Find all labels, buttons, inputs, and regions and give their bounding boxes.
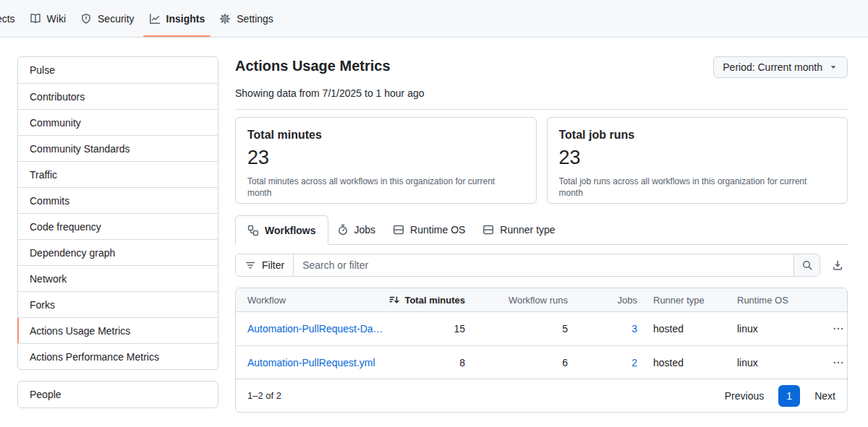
metrics-tabs: Workflows Jobs Runtime OS Runner type xyxy=(235,215,848,245)
sidebar-item-people[interactable]: People xyxy=(18,381,218,407)
workflow-link[interactable]: Automation-PullRequest.yml xyxy=(236,357,386,368)
sort-desc-icon xyxy=(388,294,400,306)
search-button[interactable] xyxy=(793,254,820,276)
sidebar-item-network[interactable]: Network xyxy=(18,265,218,291)
sidebar-item-community-standards[interactable]: Community Standards xyxy=(18,135,218,161)
sidebar-item-label: Community xyxy=(30,117,81,129)
row-actions-button[interactable] xyxy=(821,357,848,368)
nav-tab-label: Settings xyxy=(237,13,273,25)
period-dropdown-button[interactable]: Period: Current month xyxy=(713,56,848,78)
sidebar-item-label: Actions Usage Metrics xyxy=(30,325,130,337)
filter-bar: Filter xyxy=(235,254,848,277)
search-input[interactable] xyxy=(294,254,793,276)
sidebar-item-label: Contributors xyxy=(30,91,85,103)
pager-controls: Previous 1 Next xyxy=(725,385,835,407)
table-header-row: Workflow Total minutes Workflow runs Job… xyxy=(236,288,847,312)
pagination-range: 1–2 of 2 xyxy=(247,390,281,401)
workflow-icon xyxy=(247,225,259,236)
runner-type-cell: hosted xyxy=(637,357,726,368)
server-icon xyxy=(393,224,404,236)
sidebar-item-label: Pulse xyxy=(30,64,55,76)
repo-nav: Projects Wiki Security Insights Settings xyxy=(0,0,868,38)
kebab-horizontal-icon xyxy=(833,357,844,368)
shield-icon xyxy=(80,13,92,25)
sidebar-item-label: Network xyxy=(30,273,67,285)
total-minutes-cell: 15 xyxy=(386,323,465,335)
column-header-runner-type[interactable]: Runner type xyxy=(637,295,726,306)
sidebar-menu: Pulse Contributors Community Community S… xyxy=(17,56,218,370)
sidebar-item-label: People xyxy=(30,389,61,400)
previous-page-button[interactable]: Previous xyxy=(725,390,764,402)
column-header-total-minutes[interactable]: Total minutes xyxy=(386,294,465,306)
period-dropdown-label: Period: Current month xyxy=(723,61,822,73)
sidebar-item-actions-performance-metrics[interactable]: Actions Performance Metrics xyxy=(18,343,218,369)
nav-tab-label: Insights xyxy=(166,13,205,25)
header-divider xyxy=(235,109,848,110)
nav-tab-label: Projects xyxy=(0,13,15,25)
nav-tab-insights[interactable]: Insights xyxy=(142,0,213,37)
sidebar-item-contributors[interactable]: Contributors xyxy=(18,83,218,109)
card-title: Total job runs xyxy=(559,129,836,142)
total-job-runs-card: Total job runs 23 Total job runs across … xyxy=(547,117,848,204)
sidebar-item-commits[interactable]: Commits xyxy=(18,187,218,213)
summary-cards: Total minutes 23 Total minutes across al… xyxy=(235,117,848,204)
runtime-os-cell: linux xyxy=(726,357,821,368)
tab-label: Runtime OS xyxy=(410,224,465,236)
row-actions-button[interactable] xyxy=(821,323,848,335)
column-header-workflow-runs[interactable]: Workflow runs xyxy=(465,295,568,306)
filter-button-label: Filter xyxy=(262,259,284,271)
server-icon xyxy=(482,224,494,236)
insights-sidebar: Pulse Contributors Community Community S… xyxy=(17,56,218,408)
gear-icon xyxy=(219,13,231,25)
tab-runner-type[interactable]: Runner type xyxy=(474,215,563,244)
runtime-os-cell: linux xyxy=(726,323,821,335)
sidebar-item-label: Community Standards xyxy=(30,143,130,155)
sidebar-item-actions-usage-metrics[interactable]: Actions Usage Metrics xyxy=(18,317,218,343)
runner-type-cell: hosted xyxy=(637,323,726,335)
sidebar-item-dependency-graph[interactable]: Dependency graph xyxy=(18,239,218,265)
workflow-runs-cell: 5 xyxy=(465,323,568,335)
nav-tab-security[interactable]: Security xyxy=(73,0,142,37)
filter-button[interactable]: Filter xyxy=(236,254,294,276)
sidebar-item-label: Commits xyxy=(30,195,69,207)
sidebar-item-label: Dependency graph xyxy=(30,247,115,259)
card-description: Total job runs across all workflows in t… xyxy=(559,176,818,199)
column-header-jobs[interactable]: Jobs xyxy=(568,295,637,306)
sidebar-item-traffic[interactable]: Traffic xyxy=(18,161,218,187)
search-icon xyxy=(801,259,813,271)
tab-runtime-os[interactable]: Runtime OS xyxy=(384,215,474,244)
book-icon xyxy=(30,13,41,25)
nav-tab-projects[interactable]: Projects xyxy=(0,0,22,37)
nav-tab-label: Security xyxy=(98,13,135,25)
sidebar-item-code-frequency[interactable]: Code frequency xyxy=(18,213,218,239)
card-description: Total minutes across all workflows in th… xyxy=(247,176,506,199)
tab-jobs[interactable]: Jobs xyxy=(328,215,385,244)
kebab-horizontal-icon xyxy=(833,323,844,335)
download-button[interactable] xyxy=(827,255,848,275)
column-header-workflow[interactable]: Workflow xyxy=(236,295,386,306)
table-row: Automation-PullRequest.yml 8 6 2 hosted … xyxy=(236,345,847,379)
next-page-button[interactable]: Next xyxy=(814,390,835,402)
people-menu: People xyxy=(17,381,218,408)
jobs-link[interactable]: 3 xyxy=(568,323,637,335)
graph-icon xyxy=(149,13,161,25)
workflow-link[interactable]: Automation-PullRequest-Da… xyxy=(236,323,386,335)
main-content: Actions Usage Metrics Period: Current mo… xyxy=(235,56,848,413)
tab-label: Jobs xyxy=(354,224,376,236)
column-header-runtime-os[interactable]: Runtime OS xyxy=(726,295,821,306)
sidebar-item-pulse[interactable]: Pulse xyxy=(18,57,218,83)
total-minutes-card: Total minutes 23 Total minutes across al… xyxy=(235,117,537,204)
sidebar-item-forks[interactable]: Forks xyxy=(18,291,218,317)
tab-workflows[interactable]: Workflows xyxy=(235,215,328,245)
sidebar-item-community[interactable]: Community xyxy=(18,109,218,135)
card-title: Total minutes xyxy=(247,129,524,142)
jobs-link[interactable]: 2 xyxy=(568,357,637,368)
page-body: Pulse Contributors Community Community S… xyxy=(0,38,868,413)
table-row: Automation-PullRequest-Da… 15 5 3 hosted… xyxy=(236,312,847,345)
nav-tab-wiki[interactable]: Wiki xyxy=(22,0,73,37)
current-page-button[interactable]: 1 xyxy=(778,385,800,407)
nav-tab-label: Wiki xyxy=(47,13,66,25)
nav-tab-settings[interactable]: Settings xyxy=(212,0,281,37)
tab-label: Runner type xyxy=(500,224,555,236)
chevron-down-icon xyxy=(828,62,838,72)
